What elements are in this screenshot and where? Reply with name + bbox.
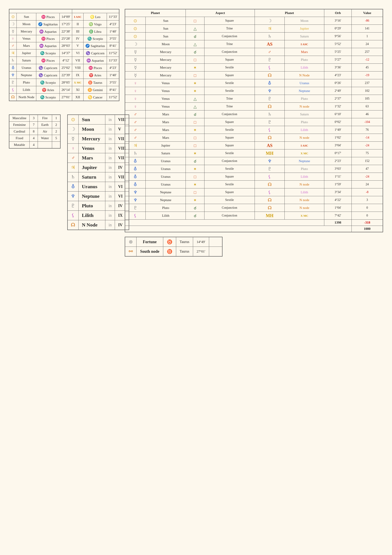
fortune-name: South node [137,247,163,256]
aspect-row: ⊙ Sun △ Trine ♃ Jupiter 0°29' 141 [125,25,383,33]
planet-name: Venus [79,144,105,153]
sign-symbol: ♐ Sagittarius [36,21,60,28]
asp-value: 141 [352,25,383,33]
planet-name: Uranus [17,64,36,72]
asp-orb: 3°03' [324,165,352,173]
zodiac-row: ☿ Mercury ♒ Aquarius 22°38' III ♎ Libra … [9,28,119,35]
asp-p2-name: Pluto [285,95,324,103]
asp-p2-symbol: MH [254,212,285,219]
asp-orb: 4°22' [324,196,352,204]
planet-house-row: ☊ N Node in IV [67,220,129,230]
asp-p2-symbol: ♄ [254,33,285,40]
totals-pos: 1398 [324,219,352,226]
asp-p2-symbol: ⚸ [254,188,285,196]
aspect-row: ♀ Venus △ Trine ♇ Pluto 2°37' 105 [125,95,383,103]
asp-p2-name: Pluto [285,56,324,64]
modality-val1: 7 [30,122,38,128]
modality-row: Masculine 3 Fire 1 [9,115,60,122]
aspects-table: Planet Aspect Planet Orb Value ⊙ Sun □ S… [125,9,383,232]
modality-row: Cardinal 8 Air 2 [9,128,60,135]
fortune-sign: Taurus [176,237,193,247]
asp-orb: 3°34' [324,188,352,196]
planet-name: Lilith [17,86,36,94]
planet-house-row: ♂ Mars in VII [67,153,129,163]
asp-p1-symbol: ♀ [125,95,146,103]
asp-symbol: △ [186,25,204,33]
asp-p1-name: Venus [146,79,186,87]
asp-p1-name: Venus [146,103,186,110]
asp-orb: 3°36' [324,64,352,72]
planet-symbol: ⊙ [67,115,79,124]
asp-p2-symbol: ♇ [254,56,285,64]
main-layout: ⊙ Sun ♓ Pisces 14°09' I ASC ♌ Leo 11°33'… [9,9,383,256]
planet-symbol: ♆ [67,191,79,201]
aspects-totals-row: 1398 -318 [125,219,383,226]
asp-name: Sextile [204,196,254,204]
aspect-row: ♃ Jupiter □ Square AS I ASC 3°04' -24 [125,142,383,149]
asp-p2-name: Neptune [285,157,324,165]
asp-orb: 9°56' [324,33,352,40]
asp-p2-name: Neptune [285,87,324,95]
asp-name: Square [204,56,254,64]
asp-p2-name: Moon [285,17,324,25]
aspects-orb-header: Orb [324,9,352,17]
planet-house-row: ♄ Saturn in VII [67,172,129,182]
asp-name: Conjunction [204,204,254,212]
planet-name: Sun [17,13,36,21]
asp-symbol: ✶ [186,64,204,72]
asp-orb: 1°04' [324,204,352,212]
asp-value: 105 [352,95,383,103]
asp-p1-name: Mercury [146,48,186,56]
planet-name: N Node [79,220,105,230]
asp-p2-symbol: ☊ [254,204,285,212]
total-empty [125,226,352,232]
asp-p1-symbol: ☿ [125,72,146,79]
zodiac-row: ⚸ Lilith ♈ Aries 26°14' XI ♊ Gemini 8°41… [9,86,119,94]
zodiac-row: ♀ Venus ♓ Pisces 25°28' IV ♏ Scorpio 3°5… [9,35,119,42]
planet-degree: 25°28' [60,35,72,42]
asp-value: 257 [352,48,383,56]
modality-label: Feminine [9,122,30,128]
asp-p2-name: Pluto [285,165,324,173]
element-val: 2 [52,122,60,128]
asp-value: 24 [352,181,383,188]
asp-symbol: □ [186,72,204,79]
house-degree: 4°23' [107,21,119,28]
asp-name: Conjunction [204,48,254,56]
planet-symbol: ⊙ [9,13,17,21]
house-degree: 11°33' [107,13,119,21]
planet-name: Jupiter [79,163,105,172]
asp-p1-name: Mars [146,126,186,134]
in-label: in [105,115,115,124]
asp-symbol: ☌ [186,204,204,212]
asp-value: 237 [352,79,383,87]
aspect-row: ♄ Saturn ✶ Sextile MH X MC 0°17' 75 [125,149,383,157]
in-label: in [105,134,115,144]
asp-value: 63 [352,103,383,110]
element-val: 1 [52,115,60,122]
modality-row: Feminine 7 Earth 2 [9,122,60,128]
asp-symbol: ☌ [186,110,204,118]
planet-symbol: ♃ [9,50,17,57]
house-label: X MC [72,79,83,86]
asp-name: Sextile [204,79,254,87]
asp-orb: 1°02' [324,134,352,142]
asp-p1-symbol: ♄ [125,149,146,157]
planet-symbol: ☽ [9,21,17,28]
asp-name: Conjunction [204,110,254,118]
planet-symbol: ♄ [67,172,79,182]
asp-symbol: □ [186,134,204,142]
aspects-planet2-header: Planet [254,9,324,17]
asp-orb: 5°25' [324,48,352,56]
planet-name: Mercury [79,134,105,144]
element-label: Fire [38,115,52,122]
modality-row: Fixed 4 Water 5 [9,135,60,142]
asp-p2-symbol: ♆ [254,157,285,165]
aspect-row: ♀ Venus △ Trine ☊ N node 1°32' 63 [125,103,383,110]
asp-p1-symbol: ☿ [125,56,146,64]
asp-value: -8 [352,188,383,196]
planet-name: Sun [79,115,105,124]
asp-p1-name: Uranus [146,165,186,173]
asp-p2-name: N node [285,204,324,212]
fortune-name: Fortune [137,237,163,247]
